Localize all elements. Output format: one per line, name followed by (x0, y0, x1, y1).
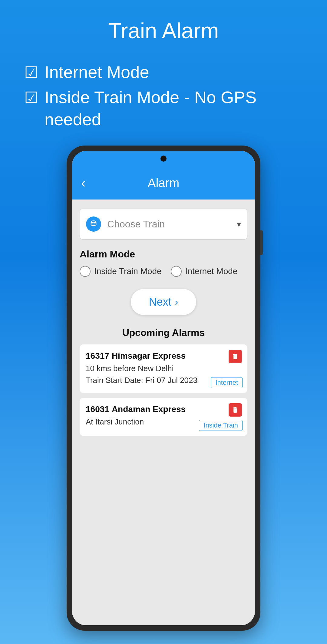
radio-internet[interactable]: Internet Mode (171, 266, 238, 277)
alarm-1-detail: 10 kms before New Delhi (86, 364, 241, 373)
top-section: Train Alarm ☑ Internet Mode ☑ Inside Tra… (0, 0, 327, 143)
next-button[interactable]: Next › (131, 289, 197, 315)
phone-screen: ‹ Alarm Choose Train ▾ Alarm Mode I (72, 151, 255, 625)
app-title: Train Alarm (24, 18, 303, 43)
feature-internet-mode: ☑ Internet Mode (24, 61, 303, 83)
upcoming-alarms-title: Upcoming Alarms (80, 327, 247, 338)
delete-icon-2 (232, 406, 239, 414)
feature-internet-mode-label: Internet Mode (45, 61, 149, 83)
alarm-card-1: 16317Himsagar Express 10 kms before New … (80, 344, 247, 393)
camera (160, 156, 167, 162)
alarm-2-number: 16031 (86, 404, 109, 414)
feature-list: ☑ Internet Mode ☑ Inside Train Mode - No… (24, 61, 303, 130)
radio-internet-label: Internet Mode (185, 267, 238, 276)
next-button-container: Next › (80, 289, 247, 315)
alarm-1-train-name: 16317Himsagar Express (86, 351, 241, 361)
screen-title: Alarm (148, 176, 179, 190)
notch-area (72, 151, 255, 166)
alarm-card-2: 16031Andaman Express At Itarsi Junction … (80, 398, 247, 436)
side-button (260, 230, 263, 255)
radio-inside-train[interactable]: Inside Train Mode (80, 266, 162, 277)
next-chevron-icon: › (175, 297, 178, 308)
dropdown-arrow-icon: ▾ (237, 219, 241, 229)
delete-alarm-1-button[interactable] (229, 350, 242, 363)
back-button[interactable]: ‹ (81, 175, 86, 190)
alarm-2-train-name: 16031Andaman Express (86, 404, 241, 414)
train-icon-circle (86, 216, 101, 232)
feature-inside-train-mode: ☑ Inside Train Mode - No GPS needed (24, 86, 303, 131)
alarm-1-number: 16317 (86, 351, 109, 361)
alarm-2-mode-badge: Inside Train (199, 420, 243, 431)
checkmark-icon-2: ☑ (24, 88, 38, 108)
radio-group: Inside Train Mode Internet Mode (80, 266, 247, 277)
choose-train-dropdown[interactable]: Choose Train ▾ (80, 209, 247, 240)
feature-inside-train-mode-label: Inside Train Mode - No GPS needed (45, 86, 303, 131)
choose-train-text: Choose Train (107, 219, 237, 230)
checkmark-icon-1: ☑ (24, 62, 38, 83)
train-icon (89, 220, 98, 228)
phone-mockup: ‹ Alarm Choose Train ▾ Alarm Mode I (67, 146, 260, 631)
delete-alarm-2-button[interactable] (229, 403, 242, 417)
alarm-2-name: Andaman Express (112, 404, 186, 414)
delete-icon-1 (232, 353, 239, 360)
radio-inside-train-label: Inside Train Mode (94, 267, 162, 276)
radio-circle-inside-train[interactable] (80, 266, 91, 277)
radio-circle-internet[interactable] (171, 266, 182, 277)
app-bar: ‹ Alarm (72, 166, 255, 200)
alarm-1-mode-badge: Internet (211, 377, 243, 388)
content-area: Choose Train ▾ Alarm Mode Inside Train M… (72, 200, 255, 625)
alarm-mode-label: Alarm Mode (80, 249, 247, 260)
next-label: Next (149, 296, 171, 308)
alarm-1-name: Himsagar Express (112, 351, 186, 361)
